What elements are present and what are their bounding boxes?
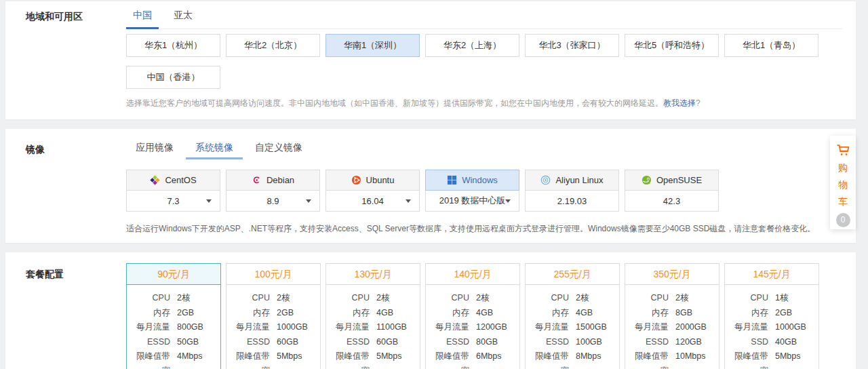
- plan-card-4[interactable]: 255元/月CPU2核内存4GB每月流量1500GBESSD100GB限峰值带宽…: [525, 263, 620, 369]
- plan-specs: CPU2核内存4GB每月流量1200GBESSD80GB限峰值带宽6Mbps: [426, 285, 519, 369]
- cart-label-char: 车: [838, 193, 848, 210]
- cart-label: 购物车: [838, 159, 848, 210]
- spec-label: CPU: [330, 291, 373, 306]
- os-card-header: OpenSUSE: [625, 170, 719, 191]
- os-name: OpenSUSE: [656, 175, 702, 185]
- spec-value: 2核: [373, 291, 416, 306]
- os-version-select[interactable]: 7.3: [126, 191, 220, 212]
- os-version-value: 8.9: [267, 196, 279, 206]
- spec-value: 2GB: [273, 306, 316, 321]
- spec-value: 2核: [174, 291, 216, 306]
- os-name: Ubuntu: [366, 175, 395, 185]
- spec-label: 限峰值带宽: [629, 349, 672, 369]
- cart-icon: [835, 142, 850, 157]
- spec-value: 50GB: [174, 335, 216, 350]
- plan-card-0[interactable]: 90元/月CPU2核内存2GB每月流量800GBESSD50GB限峰值带宽4Mb…: [126, 263, 221, 369]
- help-link[interactable]: 教我选择: [663, 98, 696, 108]
- spec-label: 内存: [530, 306, 572, 321]
- aliyun-icon: [540, 175, 551, 185]
- image-tab-2[interactable]: 自定义镜像: [245, 136, 312, 159]
- os-version-select[interactable]: 16.04: [326, 191, 420, 212]
- os-version-value: 2.19.03: [557, 196, 587, 206]
- plan-specs: CPU2核内存8GB每月流量2000GBESSD120GB限峰值带宽10Mbps: [625, 285, 719, 369]
- spec-value: 2GB: [174, 306, 216, 321]
- os-card-header: Windows: [425, 170, 519, 191]
- spec-value: 5Mbps: [373, 349, 416, 369]
- os-card-3[interactable]: Windows2019 数据中心版: [425, 170, 519, 212]
- region-button-6[interactable]: 华北1（青岛）: [724, 34, 818, 57]
- centos-icon: [150, 175, 160, 185]
- spec-label: 每月流量: [430, 320, 473, 335]
- spec-value: 4GB: [473, 306, 515, 321]
- spec-label: SSD: [729, 335, 772, 350]
- os-name: CentOS: [165, 175, 196, 185]
- os-card-1[interactable]: Debian8.9: [226, 170, 320, 212]
- cart-panel[interactable]: 购物车 0: [830, 136, 856, 229]
- os-card-2[interactable]: Ubuntu16.04: [326, 170, 420, 212]
- os-version-value: 16.04: [361, 196, 384, 206]
- plan-card-5[interactable]: 350元/月CPU2核内存8GB每月流量2000GBESSD120GB限峰值带宽…: [625, 263, 719, 369]
- spec-label: 内存: [629, 306, 672, 321]
- spec-value: 4GB: [373, 306, 416, 321]
- spec-value: 80GB: [473, 335, 515, 350]
- region-button-2[interactable]: 华南1（深圳）: [326, 34, 420, 57]
- plan-card-1[interactable]: 100元/月CPU2核内存2GB每月流量1000GBESSD60GB限峰值带宽5…: [226, 263, 321, 369]
- spec-label: CPU: [430, 291, 473, 306]
- spec-value: 1000GB: [273, 320, 316, 335]
- debian-icon: [252, 175, 262, 185]
- spec-label: 内存: [330, 306, 373, 321]
- spec-label: ESSD: [231, 335, 273, 350]
- region-button-5[interactable]: 华北5（呼和浩特）: [625, 34, 719, 57]
- spec-value: 6Mbps: [473, 349, 515, 369]
- os-card-header: Ubuntu: [326, 170, 420, 191]
- cart-count-badge: 0: [836, 213, 850, 227]
- chevron-down-icon: [206, 199, 212, 203]
- spec-value: 800GB: [174, 320, 216, 335]
- os-name: Aliyun Linux: [555, 175, 603, 185]
- windows-icon: [447, 175, 457, 185]
- spec-label: 限峰值带宽: [430, 349, 473, 369]
- os-version-select: 42.3: [625, 191, 719, 212]
- chevron-down-icon: [306, 199, 311, 203]
- spec-value: 5Mbps: [772, 349, 814, 369]
- os-row: CentOS7.3Debian8.9Ubuntu16.04Windows2019…: [126, 170, 842, 212]
- spec-label: 每月流量: [629, 320, 672, 335]
- plan-card-2[interactable]: 130元/月CPU2核内存4GB每月流量1100GBESSD60GB限峰值带宽5…: [326, 263, 420, 369]
- spec-label: ESSD: [530, 335, 572, 350]
- spec-label: CPU: [231, 291, 273, 306]
- plan-price: 145元/月: [725, 264, 818, 285]
- spec-label: 内存: [131, 306, 174, 321]
- spec-value: 1500GB: [572, 320, 615, 335]
- opensuse-icon: [642, 175, 652, 185]
- region-tab-1[interactable]: 亚太: [167, 1, 199, 28]
- region-button-1[interactable]: 华北2（北京）: [226, 34, 320, 57]
- plan-card-3[interactable]: 140元/月CPU2核内存4GB每月流量1200GBESSD80GB限峰值带宽6…: [425, 263, 520, 369]
- region-button-4[interactable]: 华北3（张家口）: [525, 34, 619, 57]
- region-button-0[interactable]: 华东1（杭州）: [126, 34, 220, 57]
- region-tab-0[interactable]: 中国: [126, 1, 159, 28]
- plan-section: 套餐配置 90元/月CPU2核内存2GB每月流量800GBESSD50GB限峰值…: [5, 252, 856, 369]
- spec-value: 10Mbps: [672, 349, 715, 369]
- cart-label-char: 物: [838, 176, 848, 193]
- spec-value: 8Mbps: [572, 349, 615, 369]
- os-version-select[interactable]: 2019 数据中心版: [425, 191, 519, 212]
- os-name: Debian: [267, 175, 294, 185]
- region-button-7[interactable]: 中国（香港）: [126, 66, 220, 89]
- plan-specs: CPU2核内存4GB每月流量1100GBESSD60GB限峰值带宽5Mbps: [326, 285, 420, 369]
- spec-label: 每月流量: [530, 320, 572, 335]
- os-card-0[interactable]: CentOS7.3: [126, 170, 220, 212]
- image-tab-0[interactable]: 应用镜像: [126, 136, 183, 159]
- chevron-down-icon: [406, 199, 411, 203]
- os-version-select[interactable]: 8.9: [226, 191, 320, 212]
- spec-value: 60GB: [273, 335, 316, 350]
- os-card-4[interactable]: Aliyun Linux2.19.03: [525, 170, 619, 212]
- os-version-value: 2019 数据中心版: [439, 195, 506, 207]
- image-tab-1[interactable]: 系统镜像: [186, 136, 243, 159]
- spec-label: CPU: [629, 291, 672, 306]
- os-card-5[interactable]: OpenSUSE42.3: [625, 170, 719, 212]
- plan-card-6[interactable]: 145元/月CPU1核内存2GB每月流量1000GBSSD40GB限峰值带宽5M…: [724, 263, 819, 369]
- plan-row: 90元/月CPU2核内存2GB每月流量800GBESSD50GB限峰值带宽4Mb…: [126, 263, 842, 369]
- spec-label: 每月流量: [330, 320, 373, 335]
- region-button-3[interactable]: 华东2（上海）: [425, 34, 519, 57]
- os-card-header: Debian: [226, 170, 320, 191]
